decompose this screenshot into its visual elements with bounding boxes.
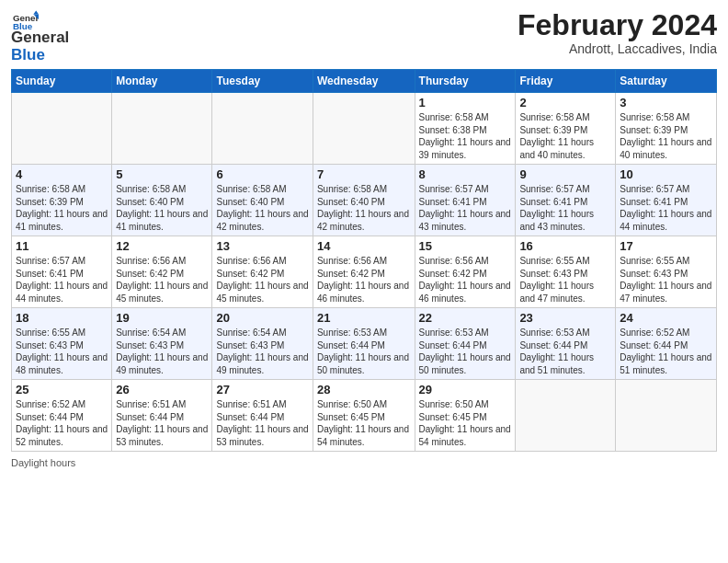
day-cell-26: 26Sunrise: 6:51 AM Sunset: 6:44 PM Dayli… bbox=[112, 380, 212, 452]
daylight-hours-label: Daylight hours bbox=[11, 457, 75, 468]
week-row-5: 25Sunrise: 6:52 AM Sunset: 6:44 PM Dayli… bbox=[12, 380, 717, 452]
day-info: Sunrise: 6:52 AM Sunset: 6:44 PM Dayligh… bbox=[16, 398, 108, 448]
week-row-1: 1Sunrise: 6:58 AM Sunset: 6:38 PM Daylig… bbox=[12, 93, 717, 165]
day-info: Sunrise: 6:58 AM Sunset: 6:40 PM Dayligh… bbox=[216, 183, 308, 233]
empty-cell bbox=[616, 380, 717, 452]
day-info: Sunrise: 6:58 AM Sunset: 6:39 PM Dayligh… bbox=[620, 111, 712, 161]
day-number: 4 bbox=[16, 167, 108, 181]
day-number: 11 bbox=[16, 239, 108, 253]
weekday-monday: Monday bbox=[112, 70, 212, 93]
day-cell-4: 4Sunrise: 6:58 AM Sunset: 6:39 PM Daylig… bbox=[12, 165, 112, 236]
day-number: 29 bbox=[419, 383, 512, 396]
day-cell-13: 13Sunrise: 6:56 AM Sunset: 6:42 PM Dayli… bbox=[212, 236, 313, 308]
week-row-4: 18Sunrise: 6:55 AM Sunset: 6:43 PM Dayli… bbox=[12, 308, 717, 380]
day-cell-3: 3Sunrise: 6:58 AM Sunset: 6:39 PM Daylig… bbox=[616, 93, 717, 165]
day-cell-16: 16Sunrise: 6:55 AM Sunset: 6:43 PM Dayli… bbox=[516, 236, 616, 308]
weekday-sunday: Sunday bbox=[12, 70, 112, 93]
day-number: 17 bbox=[620, 239, 712, 253]
day-cell-5: 5Sunrise: 6:58 AM Sunset: 6:40 PM Daylig… bbox=[112, 165, 212, 236]
day-number: 7 bbox=[317, 167, 411, 181]
empty-cell bbox=[516, 380, 616, 452]
logo: General Blue General Blue bbox=[11, 9, 69, 63]
day-cell-27: 27Sunrise: 6:51 AM Sunset: 6:44 PM Dayli… bbox=[212, 380, 313, 452]
day-info: Sunrise: 6:53 AM Sunset: 6:44 PM Dayligh… bbox=[317, 327, 411, 376]
day-number: 6 bbox=[216, 167, 308, 181]
day-number: 16 bbox=[519, 239, 611, 253]
day-cell-20: 20Sunrise: 6:54 AM Sunset: 6:43 PM Dayli… bbox=[212, 308, 313, 380]
day-info: Sunrise: 6:55 AM Sunset: 6:43 PM Dayligh… bbox=[519, 255, 611, 304]
day-number: 8 bbox=[419, 167, 512, 181]
day-info: Sunrise: 6:50 AM Sunset: 6:45 PM Dayligh… bbox=[317, 398, 411, 448]
weekday-thursday: Thursday bbox=[415, 70, 516, 93]
week-row-2: 4Sunrise: 6:58 AM Sunset: 6:39 PM Daylig… bbox=[12, 165, 717, 236]
day-info: Sunrise: 6:53 AM Sunset: 6:44 PM Dayligh… bbox=[419, 327, 512, 376]
day-info: Sunrise: 6:58 AM Sunset: 6:40 PM Dayligh… bbox=[317, 183, 411, 233]
day-info: Sunrise: 6:51 AM Sunset: 6:44 PM Dayligh… bbox=[116, 398, 208, 448]
day-number: 24 bbox=[620, 311, 712, 325]
title-block: February 2024 Andrott, Laccadives, India bbox=[518, 9, 717, 56]
day-info: Sunrise: 6:54 AM Sunset: 6:43 PM Dayligh… bbox=[216, 327, 308, 376]
day-number: 27 bbox=[216, 383, 308, 396]
day-number: 1 bbox=[419, 96, 512, 109]
day-info: Sunrise: 6:50 AM Sunset: 6:45 PM Dayligh… bbox=[419, 398, 512, 448]
weekday-saturday: Saturday bbox=[616, 70, 717, 93]
day-info: Sunrise: 6:52 AM Sunset: 6:44 PM Dayligh… bbox=[620, 327, 712, 376]
logo-line2: Blue bbox=[11, 47, 69, 64]
day-info: Sunrise: 6:57 AM Sunset: 6:41 PM Dayligh… bbox=[16, 255, 108, 304]
day-info: Sunrise: 6:53 AM Sunset: 6:44 PM Dayligh… bbox=[519, 327, 611, 376]
day-number: 5 bbox=[116, 167, 208, 181]
weekday-wednesday: Wednesday bbox=[313, 70, 415, 93]
weekday-friday: Friday bbox=[516, 70, 616, 93]
day-cell-1: 1Sunrise: 6:58 AM Sunset: 6:38 PM Daylig… bbox=[415, 93, 516, 165]
day-cell-11: 11Sunrise: 6:57 AM Sunset: 6:41 PM Dayli… bbox=[12, 236, 112, 308]
day-info: Sunrise: 6:57 AM Sunset: 6:41 PM Dayligh… bbox=[519, 183, 611, 233]
day-cell-2: 2Sunrise: 6:58 AM Sunset: 6:39 PM Daylig… bbox=[516, 93, 616, 165]
month-title: February 2024 bbox=[518, 9, 717, 41]
day-cell-17: 17Sunrise: 6:55 AM Sunset: 6:43 PM Dayli… bbox=[616, 236, 717, 308]
week-row-3: 11Sunrise: 6:57 AM Sunset: 6:41 PM Dayli… bbox=[12, 236, 717, 308]
weekday-header-row: SundayMondayTuesdayWednesdayThursdayFrid… bbox=[12, 70, 717, 93]
day-info: Sunrise: 6:56 AM Sunset: 6:42 PM Dayligh… bbox=[116, 255, 208, 304]
day-number: 14 bbox=[317, 239, 411, 253]
day-cell-25: 25Sunrise: 6:52 AM Sunset: 6:44 PM Dayli… bbox=[12, 380, 112, 452]
header: General Blue General Blue February 2024 … bbox=[11, 9, 717, 63]
day-info: Sunrise: 6:58 AM Sunset: 6:39 PM Dayligh… bbox=[519, 111, 611, 161]
empty-cell bbox=[313, 93, 415, 165]
day-info: Sunrise: 6:58 AM Sunset: 6:39 PM Dayligh… bbox=[16, 183, 108, 233]
day-cell-10: 10Sunrise: 6:57 AM Sunset: 6:41 PM Dayli… bbox=[616, 165, 717, 236]
day-number: 21 bbox=[317, 311, 411, 325]
day-number: 12 bbox=[116, 239, 208, 253]
day-info: Sunrise: 6:57 AM Sunset: 6:41 PM Dayligh… bbox=[419, 183, 512, 233]
day-number: 26 bbox=[116, 383, 208, 396]
day-cell-12: 12Sunrise: 6:56 AM Sunset: 6:42 PM Dayli… bbox=[112, 236, 212, 308]
empty-cell bbox=[112, 93, 212, 165]
day-number: 23 bbox=[519, 311, 611, 325]
day-cell-28: 28Sunrise: 6:50 AM Sunset: 6:45 PM Dayli… bbox=[313, 380, 415, 452]
day-cell-21: 21Sunrise: 6:53 AM Sunset: 6:44 PM Dayli… bbox=[313, 308, 415, 380]
empty-cell bbox=[12, 93, 112, 165]
empty-cell bbox=[212, 93, 313, 165]
day-info: Sunrise: 6:51 AM Sunset: 6:44 PM Dayligh… bbox=[216, 398, 308, 448]
day-number: 15 bbox=[419, 239, 512, 253]
day-info: Sunrise: 6:58 AM Sunset: 6:40 PM Dayligh… bbox=[116, 183, 208, 233]
day-info: Sunrise: 6:56 AM Sunset: 6:42 PM Dayligh… bbox=[317, 255, 411, 304]
day-number: 9 bbox=[519, 167, 611, 181]
location-title: Andrott, Laccadives, India bbox=[518, 41, 717, 56]
logo-line1: General bbox=[11, 29, 69, 47]
day-number: 19 bbox=[116, 311, 208, 325]
day-info: Sunrise: 6:54 AM Sunset: 6:43 PM Dayligh… bbox=[116, 327, 208, 376]
day-number: 3 bbox=[620, 96, 712, 109]
day-cell-29: 29Sunrise: 6:50 AM Sunset: 6:45 PM Dayli… bbox=[415, 380, 516, 452]
day-info: Sunrise: 6:56 AM Sunset: 6:42 PM Dayligh… bbox=[419, 255, 512, 304]
day-cell-19: 19Sunrise: 6:54 AM Sunset: 6:43 PM Dayli… bbox=[112, 308, 212, 380]
day-number: 25 bbox=[16, 383, 108, 396]
day-cell-18: 18Sunrise: 6:55 AM Sunset: 6:43 PM Dayli… bbox=[12, 308, 112, 380]
day-cell-6: 6Sunrise: 6:58 AM Sunset: 6:40 PM Daylig… bbox=[212, 165, 313, 236]
page: General Blue General Blue February 2024 … bbox=[0, 0, 728, 563]
calendar: SundayMondayTuesdayWednesdayThursdayFrid… bbox=[11, 69, 717, 452]
day-number: 13 bbox=[216, 239, 308, 253]
day-cell-7: 7Sunrise: 6:58 AM Sunset: 6:40 PM Daylig… bbox=[313, 165, 415, 236]
day-info: Sunrise: 6:55 AM Sunset: 6:43 PM Dayligh… bbox=[16, 327, 108, 376]
day-cell-14: 14Sunrise: 6:56 AM Sunset: 6:42 PM Dayli… bbox=[313, 236, 415, 308]
day-number: 20 bbox=[216, 311, 308, 325]
